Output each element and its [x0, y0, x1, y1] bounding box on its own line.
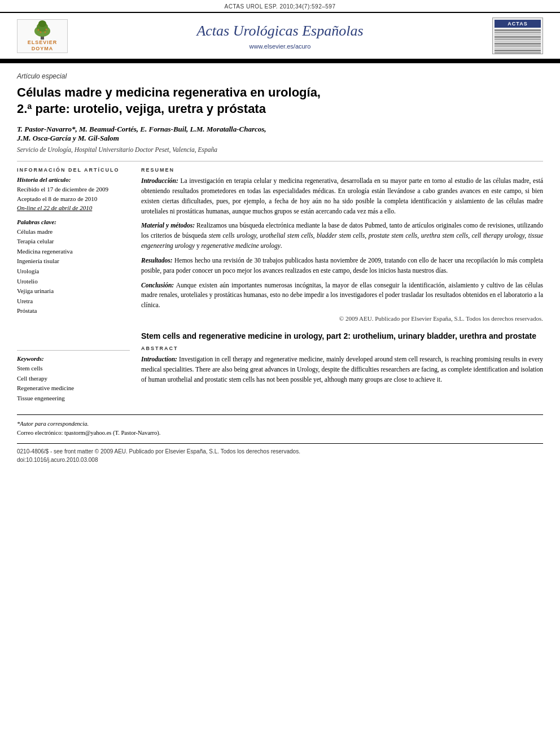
affiliation: Servicio de Urología, Hospital Universit…: [17, 146, 543, 153]
actas-line: [495, 36, 541, 38]
svg-point-7: [45, 32, 46, 33]
main-content: Artículo especial Células madre y medici…: [0, 63, 560, 475]
authors: T. Pastor-Navarro*, M. Beamud-Cortés, E.…: [17, 125, 543, 143]
english-intro-text: Investigation in cell therapy and regene…: [141, 356, 543, 383]
keyword-es-item: Urología: [17, 267, 130, 277]
methods-end: y: [195, 242, 202, 249]
english-title: Stem cells and regenerative medicine in …: [141, 331, 543, 341]
actas-line: [495, 47, 541, 49]
footnote-author: *Autor para correspondencia.: [17, 420, 543, 429]
keywords-es-list: Células madreTerapia celularMedicina reg…: [17, 227, 130, 316]
history-heading: Historia del artículo:: [17, 176, 130, 183]
intro-label: Introducción:: [141, 177, 178, 184]
actas-line: [495, 43, 541, 45]
page: ACTAS UROL ESP. 2010;34(7):592–597: [0, 0, 560, 747]
legal-line-2: doi:10.1016/j.acuro.2010.03.008: [17, 456, 543, 464]
article-type: Artículo especial: [17, 72, 543, 80]
left-col-bottom: Keywords: Stem cellsCell therapyRegenera…: [17, 350, 130, 403]
actas-logo-container: ACTAS: [487, 18, 549, 54]
elsevier-wordmark: ELSEVIERDOYMA: [28, 40, 58, 52]
footnote-area: *Autor para correspondencia. Correo elec…: [17, 414, 543, 438]
keyword-es-item: Ingeniería tisular: [17, 256, 130, 267]
actas-line: [495, 41, 541, 42]
keyword-en-item: Stem cells: [17, 364, 130, 374]
methods-italic2: regenerative medicine urology: [202, 242, 281, 249]
keyword-en-item: Tissue engeneering: [17, 394, 130, 404]
conclusion-para: Conclusión: Aunque existen aún important…: [141, 281, 543, 311]
actas-line: [495, 50, 541, 51]
keyword-en-item: Cell therapy: [17, 374, 130, 384]
methods-period: .: [281, 242, 282, 249]
article-info-label: INFORMACIÓN DEL ARTÍCULO: [17, 167, 130, 173]
divider-line: [17, 161, 543, 161]
actas-line: [495, 29, 541, 31]
received-date: Recibido el 17 de diciembre de 2009: [17, 185, 130, 194]
elsevier-logo: ELSEVIERDOYMA: [17, 19, 68, 53]
keywords-heading-es: Palabras clave:: [17, 219, 130, 225]
keywords-en-group: Keywords: Stem cellsCell therapyRegenera…: [17, 355, 130, 403]
actas-line: [495, 32, 541, 33]
article-title-es: Células madre y medicina regenerativa en…: [17, 85, 543, 117]
svg-point-3: [38, 20, 46, 27]
keyword-es-item: Próstata: [17, 306, 130, 316]
journal-title-container: Actas Urológicas Españolas www.elsevier.…: [79, 23, 481, 50]
actas-line: [495, 52, 541, 54]
legal-line-1: 0210-4806/$ - see front matter © 2009 AE…: [17, 447, 543, 456]
keyword-en-item: Regenerative medicine: [17, 383, 130, 394]
journal-title: Actas Urológicas Españolas: [79, 23, 481, 40]
copyright-line: © 2009 AEU. Publicado por Elsevier Españ…: [141, 315, 543, 322]
english-intro-para: Introduction: Investigation in cell ther…: [141, 355, 543, 385]
accepted-date: Aceptado el 8 de marzo de 2010: [17, 194, 130, 204]
asterisk-note: *Autor para correspondencia.: [17, 421, 89, 427]
keyword-es-item: Medicina regenerativa: [17, 247, 130, 257]
online-date: On-line el 22 de abril de 2010: [17, 203, 130, 213]
actas-line: [495, 45, 541, 47]
svg-point-4: [38, 29, 40, 31]
keyword-es-item: Vejiga urinaria: [17, 286, 130, 296]
keyword-es-item: Células madre: [17, 227, 130, 237]
bottom-legal: 0210-4806/$ - see front matter © 2009 AE…: [17, 443, 543, 464]
svg-point-6: [40, 32, 42, 33]
two-column-layout: INFORMACIÓN DEL ARTÍCULO Historia del ar…: [17, 167, 543, 403]
results-para: Resultados: Hemos hecho una revisión de …: [141, 256, 543, 276]
actas-line: [495, 34, 541, 36]
conclusion-text: Aunque existen aún importantes numerosas…: [141, 282, 543, 309]
citation-text: ACTAS UROL ESP. 2010;34(7):592–597: [225, 3, 336, 10]
results-label: Resultados:: [141, 257, 173, 264]
keywords-en-list: Stem cellsCell therapyRegenerative medic…: [17, 364, 130, 403]
keywords-heading-en: Keywords:: [17, 355, 130, 362]
actas-logo: ACTAS: [492, 18, 543, 54]
keyword-es-item: Urotelio: [17, 277, 130, 287]
journal-header: ELSEVIERDOYMA Actas Urológicas Españolas…: [0, 12, 560, 60]
actas-line: [495, 38, 541, 40]
keywords-es-group: Palabras clave: Células madreTerapia cel…: [17, 219, 130, 316]
keyword-es-item: Terapia celular: [17, 237, 130, 247]
conclusion-label: Conclusión:: [141, 282, 174, 289]
elsevier-tree-icon: [28, 20, 56, 40]
right-column: RESUMEN Introducción: La investigación e…: [141, 167, 543, 403]
intro-para: Introducción: La investigación en terapi…: [141, 176, 543, 216]
footnote-email: Correo electrónico: tpastorm@yahoo.es (T…: [17, 429, 543, 438]
english-intro-label: Introduction:: [141, 356, 177, 362]
divider: [17, 350, 130, 351]
elsevier-logo-container: ELSEVIERDOYMA: [11, 19, 73, 53]
history-group: Historia del artículo: Recibido el 17 de…: [17, 176, 130, 213]
resumen-label: RESUMEN: [141, 167, 543, 173]
methods-para: Material y métodos: Realizamos una búsqu…: [141, 221, 543, 251]
abstract-label-en: ABSTRACT: [141, 346, 543, 351]
actas-lines: [495, 29, 541, 54]
results-text: Hemos hecho una revisión de 30 trabajos …: [141, 257, 543, 274]
journal-url[interactable]: www.elsevier.es/acuro: [79, 43, 481, 50]
keyword-es-item: Uretra: [17, 296, 130, 307]
actas-abbr: ACTAS: [495, 20, 541, 28]
methods-label: Material y métodos:: [141, 222, 195, 229]
intro-text: La investigación en terapia celular y me…: [141, 177, 543, 214]
svg-point-5: [46, 29, 47, 30]
left-column: INFORMACIÓN DEL ARTÍCULO Historia del ar…: [17, 167, 130, 403]
citation-bar: ACTAS UROL ESP. 2010;34(7):592–597: [0, 0, 560, 12]
